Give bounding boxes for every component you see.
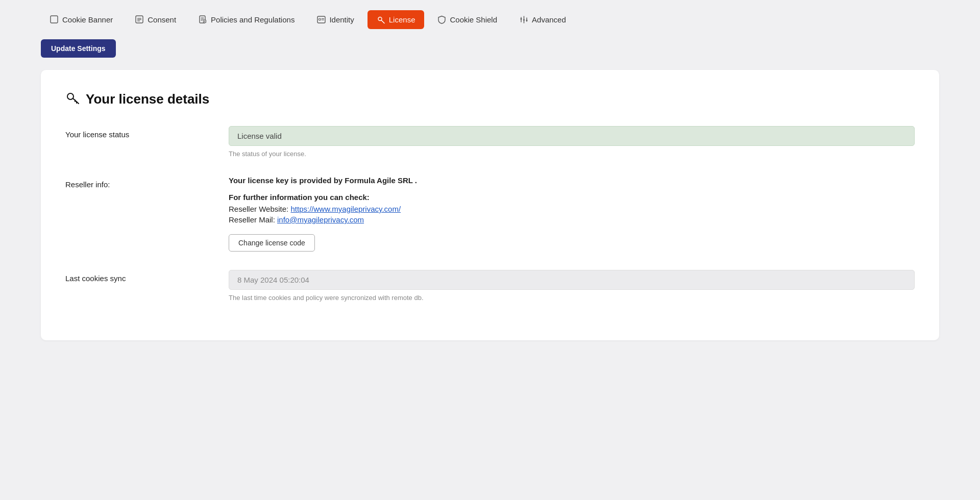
last-sync-row: Last cookies sync 8 May 2024 05:20:04 Th… <box>65 270 915 302</box>
update-settings-button[interactable]: Update Settings <box>41 39 116 58</box>
svg-line-25 <box>73 98 79 104</box>
license-icon <box>377 15 385 24</box>
nav-item-advanced[interactable]: Advanced <box>510 10 575 29</box>
nav-item-license[interactable]: License <box>368 10 425 29</box>
top-navigation: Cookie Banner Consent Pol <box>0 0 980 39</box>
content-area: Update Settings Your license details You… <box>0 39 980 361</box>
nav-item-cookie-banner[interactable]: Cookie Banner <box>41 10 122 29</box>
nav-cookie-banner-label: Cookie Banner <box>62 15 113 24</box>
svg-point-13 <box>319 18 321 20</box>
reseller-provider-text: Your license key is provided by Formula … <box>229 176 915 185</box>
last-sync-value: 8 May 2024 05:20:04 <box>229 270 915 290</box>
nav-item-cookie-shield[interactable]: Cookie Shield <box>428 10 506 29</box>
policies-icon <box>199 15 207 24</box>
reseller-info-row: Reseller info: Your license key is provi… <box>65 176 915 252</box>
nav-item-policies[interactable]: Policies and Regulations <box>189 10 304 29</box>
svg-point-21 <box>521 18 522 20</box>
card-title: Your license details <box>65 90 915 108</box>
nav-item-consent[interactable]: Consent <box>126 10 185 29</box>
svg-line-17 <box>381 20 384 23</box>
card-title-text: Your license details <box>86 91 209 107</box>
svg-point-23 <box>526 20 528 21</box>
license-status-label: Your license status <box>65 126 208 139</box>
last-sync-hint: The last time cookies and policy were sy… <box>229 294 915 302</box>
nav-cookie-shield-label: Cookie Shield <box>450 15 497 24</box>
reseller-website-link[interactable]: https://www.myagileprivacy.com/ <box>290 205 401 213</box>
reseller-mail-link[interactable]: info@myagileprivacy.com <box>277 215 364 224</box>
last-sync-label: Last cookies sync <box>65 270 208 283</box>
reseller-info-label: Reseller info: <box>65 176 208 189</box>
license-status-hint: The status of your license. <box>229 150 915 158</box>
svg-point-22 <box>523 19 525 21</box>
further-info-heading: For further information you can check: <box>229 193 915 202</box>
last-sync-content: 8 May 2024 05:20:04 The last time cookie… <box>229 270 915 302</box>
license-status-row: Your license status License valid The st… <box>65 126 915 158</box>
reseller-info-content: Your license key is provided by Formula … <box>229 176 915 252</box>
svg-rect-0 <box>51 16 58 23</box>
cookie-shield-icon <box>437 15 446 24</box>
nav-policies-label: Policies and Regulations <box>211 15 295 24</box>
reseller-mail-label: Reseller Mail: <box>229 215 275 224</box>
reseller-website-label: Reseller Website: <box>229 205 288 213</box>
reseller-provider-text-bold: Your license key is provided by Formula … <box>229 176 417 185</box>
key-icon <box>65 90 80 108</box>
reseller-further-info: For further information you can check: R… <box>229 193 915 224</box>
consent-icon <box>135 15 144 24</box>
nav-license-label: License <box>389 15 415 24</box>
reseller-mail-line: Reseller Mail: info@myagileprivacy.com <box>229 215 915 224</box>
cookie-banner-icon <box>50 15 59 24</box>
license-status-value: License valid <box>229 126 915 146</box>
reseller-website-line: Reseller Website: https://www.myagilepri… <box>229 205 915 213</box>
nav-identity-label: Identity <box>329 15 354 24</box>
svg-rect-9 <box>204 20 206 23</box>
nav-advanced-label: Advanced <box>532 15 566 24</box>
nav-item-identity[interactable]: Identity <box>308 10 363 29</box>
identity-icon <box>317 15 326 24</box>
change-license-button[interactable]: Change license code <box>229 234 315 252</box>
license-status-content: License valid The status of your license… <box>229 126 915 158</box>
nav-consent-label: Consent <box>148 15 176 24</box>
advanced-icon <box>520 15 528 24</box>
license-card: Your license details Your license status… <box>41 70 939 340</box>
